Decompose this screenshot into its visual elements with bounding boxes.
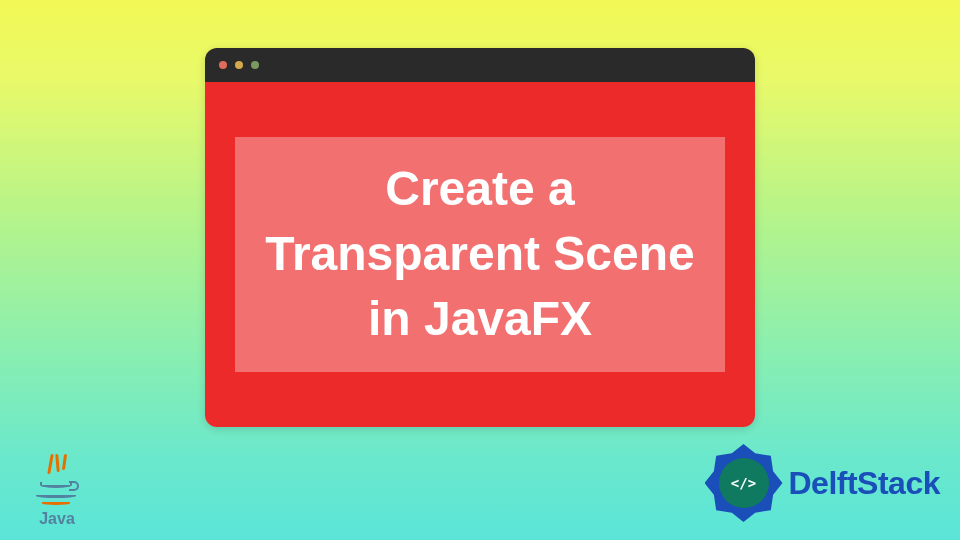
java-cup-icon — [32, 458, 82, 508]
java-label: Java — [39, 510, 75, 528]
minimize-icon — [235, 61, 243, 69]
java-logo: Java — [22, 458, 92, 528]
window-titlebar — [205, 48, 755, 82]
maximize-icon — [251, 61, 259, 69]
delftstack-brand-text: DelftStack — [789, 465, 941, 502]
title-highlight: Create a Transparent Scene in JavaFX — [235, 137, 725, 371]
window-body: Create a Transparent Scene in JavaFX — [205, 82, 755, 427]
mock-window: Create a Transparent Scene in JavaFX — [205, 48, 755, 427]
page-title: Create a Transparent Scene in JavaFX — [263, 157, 697, 351]
delftstack-logo: </> DelftStack — [705, 444, 941, 522]
delftstack-emblem-icon: </> — [705, 444, 783, 522]
close-icon — [219, 61, 227, 69]
code-brackets-icon: </> — [719, 458, 769, 508]
